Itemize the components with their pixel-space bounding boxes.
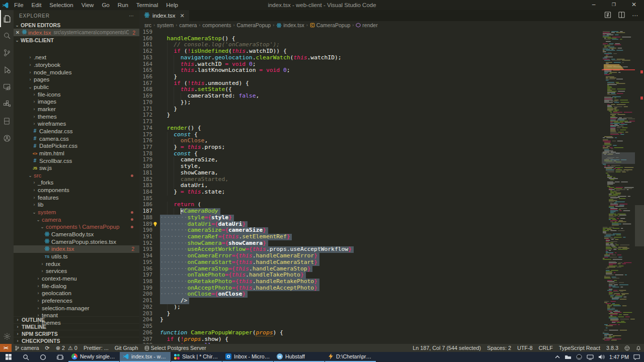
statusbar-problems[interactable]: ⊗2⚠0: [53, 344, 80, 352]
breadcrumb-camerapopup[interactable]: CameraPopup: [236, 22, 271, 28]
explorer-more-actions[interactable]: ⋯: [129, 10, 134, 21]
more-actions-icon[interactable]: ⋯: [632, 12, 638, 19]
code-editor[interactable]: 159160 handleCameraStop() {161 // consol…: [139, 29, 644, 344]
code-line-203[interactable]: 203 }: [139, 311, 644, 317]
tree-item-geolocation[interactable]: ›geolocation: [14, 290, 139, 297]
network-tray-icon[interactable]: [587, 354, 594, 360]
section-checkpoints[interactable]: ›CHECKPOINTS: [14, 337, 139, 344]
section-timeline[interactable]: ›TIMELINE: [14, 323, 139, 330]
tree-item-public[interactable]: ⌄public: [14, 83, 139, 91]
task-view-icon[interactable]: [51, 352, 68, 362]
tree-item-camera-css[interactable]: #camera.css: [14, 135, 139, 142]
code-line-182[interactable]: 182 cameraStarted,: [139, 176, 644, 183]
restore-button[interactable]: ❐: [604, 0, 624, 10]
menu-help[interactable]: Help: [162, 0, 182, 10]
code-line-174[interactable]: 174 render() {: [139, 125, 644, 132]
tree-item-camerapopup-stories-tsx[interactable]: CameraPopup.stories.tsx: [14, 238, 139, 245]
tree-item-pages[interactable]: ›pages: [14, 76, 139, 83]
tree-item-lib[interactable]: ›lib: [14, 201, 139, 209]
close-icon[interactable]: ✕: [14, 30, 22, 35]
taskbar-search-icon[interactable]: [17, 352, 34, 362]
tree-item-redux[interactable]: ›redux: [14, 260, 139, 267]
code-line-179[interactable]: 179 cameraSize,: [139, 157, 644, 163]
tree-item-marker[interactable]: ›marker: [14, 106, 139, 113]
section-npm-scripts[interactable]: ›NPM SCRIPTS: [14, 330, 139, 337]
taskbar-app-outlook[interactable]: OInbox - Microsoft Out...: [222, 352, 273, 362]
code-line-171[interactable]: 171 }: [139, 106, 644, 113]
tree-item-node-modules[interactable]: ›node_modules: [14, 68, 139, 76]
workspace-header[interactable]: ⌄ WEB-CLIENT: [14, 36, 139, 44]
statusbar-prettier[interactable]: Prettier: ...: [80, 344, 112, 352]
tree-item-camerabody-tsx[interactable]: CameraBody.tsx: [14, 231, 139, 238]
breadcrumb-camerapopup[interactable]: CameraPopup: [310, 22, 351, 28]
tree-item-datepicker-css[interactable]: #DatePicker.css: [14, 142, 139, 150]
tree-item--forks[interactable]: ›_forks: [14, 179, 139, 187]
onedrive-tray-icon[interactable]: [565, 354, 572, 360]
open-editor-item[interactable]: ✕ index.tsx src\system\camera\components…: [14, 29, 139, 36]
code-line-204[interactable]: 204}: [139, 317, 644, 323]
source-control-icon[interactable]: [0, 44, 14, 61]
open-editors-header[interactable]: ⌄ OPEN EDITORS: [14, 21, 139, 29]
tree-item-file-dialog[interactable]: ›file-dialog: [14, 282, 139, 290]
menu-go[interactable]: Go: [98, 0, 113, 10]
cortana-icon[interactable]: [34, 352, 51, 362]
tree-item-features[interactable]: ›features: [14, 194, 139, 201]
code-line-201[interactable]: 201 />: [139, 298, 644, 304]
statusbar-notifications[interactable]: [633, 344, 644, 352]
tray-expand-icon[interactable]: [555, 355, 560, 359]
explorer-icon[interactable]: [0, 10, 14, 27]
tree-item-mitm-html[interactable]: <>mitm.html: [14, 150, 139, 157]
live-share-icon[interactable]: [0, 130, 14, 147]
statusbar-git-branch[interactable]: camera: [12, 344, 42, 352]
menu-file[interactable]: File: [10, 0, 28, 10]
breadcrumb-index-tsx[interactable]: index.tsx: [276, 22, 304, 28]
close-button[interactable]: ✕: [624, 0, 644, 10]
breadcrumb-src[interactable]: src: [144, 22, 151, 28]
taskbar-app-cmder[interactable]: D:\Chetan\projects\r...: [325, 352, 376, 362]
action-center-icon[interactable]: [633, 354, 640, 360]
code-line-175[interactable]: 175 const {: [139, 132, 644, 138]
statusbar-feedback[interactable]: [621, 344, 633, 352]
tab-close-icon[interactable]: ✕: [180, 13, 184, 19]
menu-selection[interactable]: Selection: [45, 0, 77, 10]
tab-index-tsx[interactable]: index.tsx ✕: [139, 10, 189, 21]
tree-item-images[interactable]: ›images: [14, 98, 139, 106]
minimize-button[interactable]: –: [584, 0, 604, 10]
taskbar-app-chrome[interactable]: Newly single Group | ...: [68, 352, 119, 362]
volume-tray-icon[interactable]: [598, 354, 605, 360]
tree-item--storybook[interactable]: ›.storybook: [14, 61, 139, 69]
start-button[interactable]: [0, 352, 17, 362]
code-line-169[interactable]: 169 cameraStarted: false,: [139, 93, 644, 100]
code-line-207[interactable]: 207 if (!props.show) {: [139, 336, 644, 343]
statusbar-postgres[interactable]: Select Postgres Server: [141, 344, 209, 352]
tree-item-system[interactable]: ⌄system: [14, 209, 139, 216]
breadcrumb-camera[interactable]: camera: [179, 22, 197, 28]
statusbar-encoding[interactable]: UTF-8: [514, 344, 536, 352]
tree-item-sw-js[interactable]: JSsw.js: [14, 164, 139, 172]
statusbar-language-mode[interactable]: TypeScript React: [556, 344, 603, 352]
app-tray-icon[interactable]: [576, 354, 582, 360]
taskbar-app-hubstaff[interactable]: HHubstaff: [274, 352, 325, 362]
menu-edit[interactable]: Edit: [28, 0, 46, 10]
open-changes-icon[interactable]: [604, 12, 611, 20]
tree-item-wireframes[interactable]: ›wireframes: [14, 120, 139, 128]
scrollbar-thumb[interactable]: [635, 205, 644, 246]
tree-item-context-menu[interactable]: ›context-menu: [14, 275, 139, 283]
tree-item-components-camerapopup[interactable]: ⌄components \ CameraPopup: [14, 223, 139, 231]
taskbar-app-slack[interactable]: Slack | * Chirag Parm...: [171, 352, 222, 362]
tree-item-utils-ts[interactable]: TSutils.ts: [14, 253, 139, 260]
statusbar-indentation[interactable]: Spaces: 2: [484, 344, 514, 352]
editor-scrollbar[interactable]: [635, 29, 644, 344]
statusbar-git-graph[interactable]: Git Graph: [112, 344, 141, 352]
remote-explorer-icon[interactable]: [0, 78, 14, 96]
tree-item-src[interactable]: ⌄src: [14, 172, 139, 179]
statusbar-ts-version[interactable]: 3.8.3: [603, 344, 621, 352]
code-line-184[interactable]: 184 } = this.state;: [139, 189, 644, 196]
notebook-icon[interactable]: [0, 113, 14, 130]
menu-view[interactable]: View: [77, 0, 98, 10]
menu-run[interactable]: Run: [114, 0, 132, 10]
tree-item-preferences[interactable]: ›preferences: [14, 297, 139, 305]
breadcrumb-components[interactable]: components: [202, 22, 231, 28]
statusbar-cursor-position[interactable]: Ln 187, Col 7 (544 selected): [410, 344, 484, 352]
tree-item-components[interactable]: ›components: [14, 187, 139, 194]
